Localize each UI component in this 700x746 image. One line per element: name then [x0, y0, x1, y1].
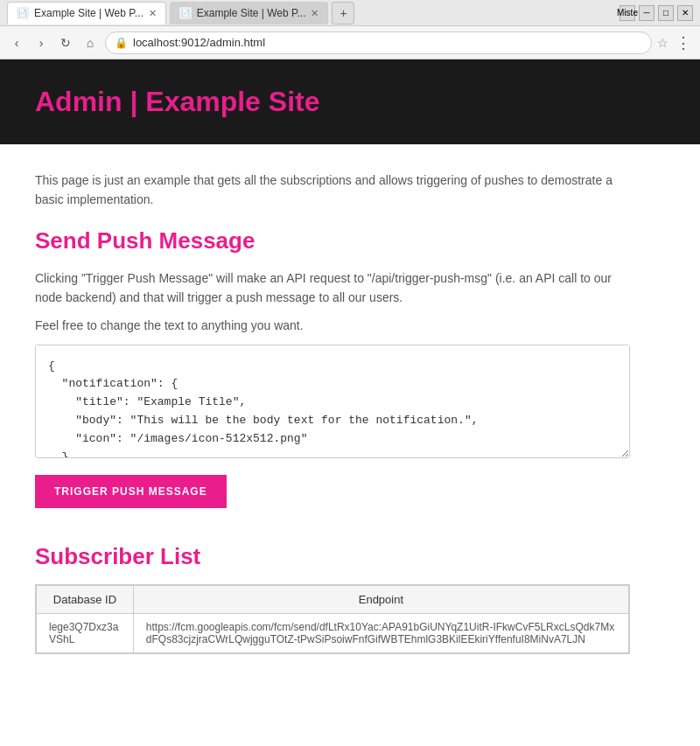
page-content: Admin | Example Site This page is just a… — [0, 59, 700, 746]
browser-menu-button[interactable]: ⋮ — [674, 33, 693, 52]
tab2-label: Example Site | Web P... — [197, 7, 306, 19]
site-header: Admin | Example Site — [0, 59, 700, 144]
tab2-close-button[interactable]: ✕ — [311, 8, 318, 19]
tab-label: Example Site | Web P... — [34, 7, 144, 19]
bookmark-button[interactable]: ☆ — [657, 36, 668, 50]
maximize-button[interactable]: □ — [658, 5, 674, 21]
lock-icon: 🔒 — [115, 37, 128, 49]
page-title: Admin | Example Site — [35, 86, 665, 118]
trigger-push-button[interactable]: TRIGGER PUSH MESSAGE — [35, 475, 227, 508]
feel-free-text: Feel free to change the text to anything… — [35, 318, 630, 332]
subscriber-table-container: Database ID Endpoint lege3Q7Dxz3aVShL ht… — [35, 584, 630, 654]
minimize-button[interactable]: ─ — [639, 5, 654, 21]
push-info-text: Clicking "Trigger Push Message" will mak… — [35, 268, 630, 308]
browser-window: 📄 Example Site | Web P... ✕ 📄 Example Si… — [0, 0, 700, 746]
subscriber-id: lege3Q7Dxz3aVShL — [37, 613, 134, 652]
window-controls: Miste ─ □ ✕ — [620, 5, 693, 21]
back-button[interactable]: ‹ — [7, 33, 26, 52]
push-section-heading: Send Push Message — [35, 227, 630, 254]
push-message-editor[interactable] — [35, 345, 630, 458]
tab-favicon: 📄 — [17, 7, 29, 19]
browser-titlebar: 📄 Example Site | Web P... ✕ 📄 Example Si… — [0, 0, 700, 26]
page-description: This page is just an example that gets a… — [35, 171, 630, 210]
close-button[interactable]: ✕ — [677, 5, 693, 21]
subscriber-endpoint: https://fcm.googleapis.com/fcm/send/dfLt… — [133, 613, 628, 652]
subscriber-table: Database ID Endpoint lege3Q7Dxz3aVShL ht… — [36, 585, 629, 653]
refresh-button[interactable]: ↻ — [56, 33, 75, 52]
tab-active[interactable]: 📄 Example Site | Web P... ✕ — [7, 2, 166, 24]
subscriber-section: Subscriber List Database ID Endpoint leg… — [35, 543, 630, 654]
tab-inactive[interactable]: 📄 Example Site | Web P... ✕ — [170, 2, 329, 24]
new-tab-button[interactable]: + — [332, 2, 354, 24]
tab-close-button[interactable]: ✕ — [149, 8, 157, 19]
col-database-id: Database ID — [37, 585, 134, 613]
forward-button[interactable]: › — [32, 33, 51, 52]
window-title-label: Miste — [620, 5, 635, 21]
home-button[interactable]: ⌂ — [80, 33, 100, 52]
subscriber-heading: Subscriber List — [35, 543, 630, 570]
col-endpoint: Endpoint — [133, 585, 628, 613]
table-header-row: Database ID Endpoint — [37, 585, 629, 613]
content-body: This page is just an example that gets a… — [0, 144, 665, 680]
address-bar[interactable]: 🔒 localhost:9012/admin.html — [105, 31, 652, 54]
address-text: localhost:9012/admin.html — [133, 36, 642, 49]
table-row: lege3Q7Dxz3aVShL https://fcm.googleapis.… — [37, 613, 629, 652]
tab2-favicon: 📄 — [179, 7, 192, 19]
browser-toolbar: ‹ › ↻ ⌂ 🔒 localhost:9012/admin.html ☆ ⋮ — [0, 26, 700, 59]
